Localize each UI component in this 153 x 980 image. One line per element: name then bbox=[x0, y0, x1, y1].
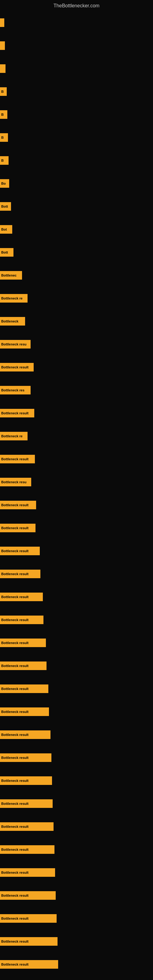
bar-item: Bottleneck result bbox=[0, 776, 52, 785]
bar: Bottleneck result bbox=[0, 501, 36, 509]
bar: Bottleneck result bbox=[0, 868, 55, 877]
bar: Bottleneck result bbox=[0, 776, 52, 785]
bar: Bottleneck result bbox=[0, 708, 49, 716]
bar-item: B bbox=[0, 110, 7, 119]
bar-label: Bottlenec bbox=[1, 274, 16, 277]
bar-item: Bottleneck result bbox=[0, 960, 58, 969]
bar-label: Bottleneck result bbox=[1, 963, 29, 966]
bar-label: Bott bbox=[1, 205, 8, 208]
bar-label: Bottleneck result bbox=[1, 503, 29, 507]
bar-item: Bottleneck result bbox=[0, 937, 57, 946]
bar-item: Bottleneck result bbox=[0, 524, 35, 532]
bar-label: Bo bbox=[1, 181, 6, 185]
bar: Bottleneck re bbox=[0, 294, 27, 302]
bar-item: Bottleneck result bbox=[0, 455, 35, 463]
bar-label: Bottleneck result bbox=[1, 756, 29, 759]
bar-item: Bottleneck result bbox=[0, 616, 43, 624]
bar bbox=[0, 18, 4, 27]
bar: Bottleneck result bbox=[0, 684, 48, 693]
bar: Bottlenec bbox=[0, 271, 22, 280]
bar-item: Bot bbox=[0, 225, 12, 234]
bar: Bottleneck result bbox=[0, 937, 57, 946]
bar: Bo bbox=[0, 179, 9, 188]
bar-label: Bottleneck result bbox=[1, 526, 29, 530]
bar: Bottleneck result bbox=[0, 524, 35, 532]
bar: B bbox=[0, 133, 8, 142]
bar-label: Bottleneck result bbox=[1, 871, 29, 874]
bar: B bbox=[0, 87, 7, 96]
bar: Bottleneck result bbox=[0, 891, 56, 900]
bar: Bottleneck result bbox=[0, 455, 35, 463]
bar-item: Bottleneck result bbox=[0, 845, 54, 854]
bar: Bottleneck result bbox=[0, 960, 58, 969]
bar-item: Bottleneck result bbox=[0, 868, 55, 877]
bar-label: Bottleneck result bbox=[1, 457, 29, 461]
bar-item: Bottleneck result bbox=[0, 822, 54, 831]
bar-item: Bott bbox=[0, 202, 11, 211]
bar-item bbox=[0, 64, 5, 73]
bar: Bottleneck result bbox=[0, 822, 54, 831]
bar: Bottleneck result bbox=[0, 593, 43, 601]
bar-label: Bottleneck resu bbox=[1, 480, 27, 484]
bar-item: Bottleneck result bbox=[0, 753, 51, 762]
bar-item: Bottleneck resu bbox=[0, 478, 31, 486]
bar-item: Bo bbox=[0, 179, 9, 188]
bar-label: Bottleneck result bbox=[1, 618, 29, 622]
bar-item: Bottleneck result bbox=[0, 708, 49, 716]
bar: B bbox=[0, 110, 7, 119]
bar-item: B bbox=[0, 156, 9, 165]
bar: Bottleneck result bbox=[0, 570, 40, 578]
bar-label: Bottleneck result bbox=[1, 411, 29, 415]
bar-label: Bottleneck result bbox=[1, 916, 29, 920]
bar: Bottleneck resu bbox=[0, 340, 30, 348]
bar-label: Bottleneck result bbox=[1, 894, 29, 897]
bar-label: Bottleneck re bbox=[1, 296, 22, 300]
bar-item: Bott bbox=[0, 248, 13, 257]
bar: Bot bbox=[0, 225, 12, 234]
bar-label: Bottleneck result bbox=[1, 365, 29, 369]
bar-label: Bottleneck res bbox=[1, 388, 24, 392]
bar: Bottleneck result bbox=[0, 845, 54, 854]
bar-item bbox=[0, 41, 5, 50]
bar-label: Bottleneck result bbox=[1, 710, 29, 714]
bar-label: B bbox=[1, 136, 4, 139]
bar-label: Bottleneck result bbox=[1, 848, 29, 851]
bar-label: Bottleneck bbox=[1, 320, 18, 323]
bar-label: Bottleneck result bbox=[1, 733, 29, 737]
bar-label: Bottleneck result bbox=[1, 664, 29, 668]
bar-label: Bottleneck result bbox=[1, 572, 29, 576]
bar-label: Bott bbox=[1, 250, 8, 254]
bar-item: Bottleneck result bbox=[0, 730, 51, 739]
bar: Bottleneck result bbox=[0, 662, 46, 670]
bar: Bott bbox=[0, 248, 13, 257]
bar: Bottleneck result bbox=[0, 914, 57, 923]
site-title: TheBottlenecker.com bbox=[0, 0, 153, 10]
bar-label: Bottleneck result bbox=[1, 779, 29, 783]
bar-label: Bottleneck result bbox=[1, 825, 29, 829]
bar-label: Bot bbox=[1, 228, 7, 231]
bar-item: Bottleneck result bbox=[0, 547, 40, 555]
bar-label: Bottleneck result bbox=[1, 595, 29, 599]
bar-label: Bottleneck re bbox=[1, 434, 22, 438]
bar-label: Bottleneck result bbox=[1, 940, 29, 943]
bar-item: Bottleneck resu bbox=[0, 340, 30, 348]
bar-label: B bbox=[1, 113, 4, 116]
bar: Bottleneck resu bbox=[0, 478, 31, 486]
bar-item: Bottleneck result bbox=[0, 891, 56, 900]
chart-area: TheBottlenecker.com BBBBBoBottBotBottBot… bbox=[0, 0, 153, 980]
bar-item: Bottleneck result bbox=[0, 799, 53, 808]
bar-item: Bottleneck bbox=[0, 317, 25, 326]
bar-item: Bottleneck res bbox=[0, 386, 30, 395]
bar: Bottleneck result bbox=[0, 753, 51, 762]
bar-item: Bottleneck result bbox=[0, 570, 40, 578]
bar-item: Bottleneck result bbox=[0, 914, 57, 923]
bar: Bottleneck result bbox=[0, 616, 43, 624]
bar: Bottleneck result bbox=[0, 638, 46, 647]
bar-label: B bbox=[1, 90, 4, 94]
bar-item: Bottleneck result bbox=[0, 638, 46, 647]
bar-label: Bottleneck result bbox=[1, 549, 29, 553]
bar-item: Bottleneck re bbox=[0, 432, 27, 441]
bar-label: Bottleneck resu bbox=[1, 342, 27, 346]
bar-item: Bottleneck result bbox=[0, 409, 34, 417]
bar-label: Bottleneck result bbox=[1, 802, 29, 805]
